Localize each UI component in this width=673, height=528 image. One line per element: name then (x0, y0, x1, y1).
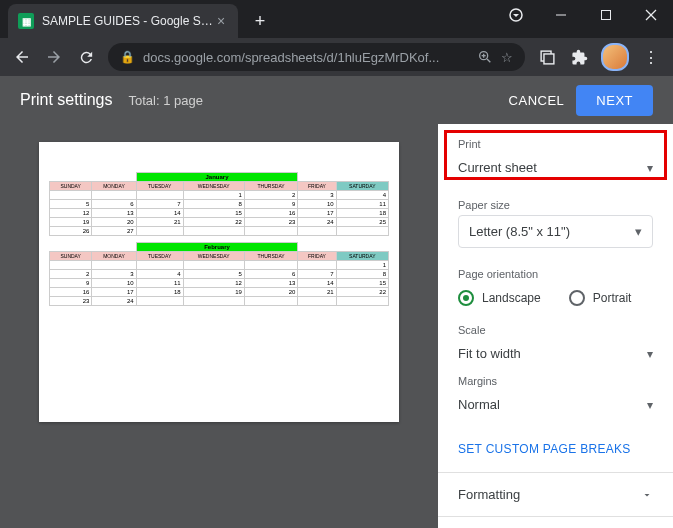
paper-size-label: Paper size (458, 199, 653, 211)
scale-section: Scale Fit to width ▾ (438, 320, 673, 371)
forward-button[interactable] (40, 43, 68, 71)
margins-value: Normal (458, 397, 500, 412)
print-settings-appbar: Print settings Total: 1 page CANCEL NEXT (0, 76, 673, 124)
chevron-down-icon (641, 489, 653, 501)
set-custom-page-breaks-link[interactable]: SET CUSTOM PAGE BREAKS (458, 434, 653, 464)
formatting-expander[interactable]: Formatting (438, 472, 673, 516)
preview-pane: January SUNDAYMONDAYTUESDAYWEDNESDAYTHUR… (0, 124, 438, 528)
window-controls (493, 0, 673, 30)
browser-titlebar: ▦ SAMPLE GUIDES - Google Sheets × + (0, 0, 673, 38)
next-button[interactable]: NEXT (576, 85, 653, 116)
close-window-button[interactable] (628, 0, 673, 30)
calendar-january: January SUNDAYMONDAYTUESDAYWEDNESDAYTHUR… (49, 172, 389, 236)
profile-avatar[interactable] (601, 43, 629, 71)
preview-page: January SUNDAYMONDAYTUESDAYWEDNESDAYTHUR… (39, 142, 399, 422)
print-section: Print Current sheet ▾ (438, 124, 673, 187)
browser-menu-icon[interactable]: ⋮ (637, 43, 665, 71)
sheets-favicon: ▦ (18, 13, 34, 29)
lock-icon: 🔒 (120, 50, 135, 64)
formatting-label: Formatting (458, 487, 520, 502)
custom-breaks-section: SET CUSTOM PAGE BREAKS (438, 422, 673, 472)
tab-title: SAMPLE GUIDES - Google Sheets (42, 14, 214, 28)
page-title: Print settings (20, 91, 112, 109)
svg-line-6 (487, 59, 490, 62)
paper-size-value: Letter (8.5" x 11") (469, 224, 570, 239)
print-value: Current sheet (458, 160, 537, 175)
bookmark-star-icon[interactable]: ☆ (501, 50, 513, 65)
browser-toolbar: 🔒 docs.google.com/spreadsheets/d/1hluEgz… (0, 38, 673, 76)
maximize-button[interactable] (583, 0, 628, 30)
browser-tab[interactable]: ▦ SAMPLE GUIDES - Google Sheets × (8, 4, 238, 38)
extensions-icon[interactable] (565, 43, 593, 71)
tab-overview-icon[interactable] (533, 43, 561, 71)
zoom-icon[interactable] (477, 49, 493, 65)
paper-size-section: Paper size Letter (8.5" x 11") ▾ (438, 187, 673, 256)
cancel-button[interactable]: CANCEL (497, 85, 577, 116)
page-count: Total: 1 page (128, 93, 202, 108)
close-tab-icon[interactable]: × (214, 14, 228, 28)
svg-rect-10 (543, 53, 553, 63)
portrait-label: Portrait (593, 291, 632, 305)
orientation-label: Page orientation (458, 268, 653, 280)
back-button[interactable] (8, 43, 36, 71)
minimize-button[interactable] (538, 0, 583, 30)
paper-size-select[interactable]: Letter (8.5" x 11") ▾ (458, 215, 653, 248)
svg-rect-2 (601, 11, 610, 20)
settings-sidebar: Print Current sheet ▾ Paper size Letter … (438, 124, 673, 528)
new-tab-button[interactable]: + (246, 7, 274, 35)
landscape-label: Landscape (482, 291, 541, 305)
radio-unselected-icon (569, 290, 585, 306)
reload-button[interactable] (72, 43, 100, 71)
chevron-down-icon: ▾ (647, 398, 653, 412)
print-select[interactable]: Current sheet ▾ (458, 154, 653, 179)
margins-select[interactable]: Normal ▾ (458, 391, 653, 418)
account-indicator-icon[interactable] (493, 0, 538, 30)
margins-section: Margins Normal ▾ (438, 371, 673, 422)
url-text: docs.google.com/spreadsheets/d/1hluEgzMr… (143, 50, 471, 65)
headers-footers-expander[interactable]: Headers & footers (438, 516, 673, 528)
portrait-radio[interactable]: Portrait (569, 290, 632, 306)
chevron-down-icon: ▾ (647, 347, 653, 361)
margins-label: Margins (458, 375, 653, 387)
scale-select[interactable]: Fit to width ▾ (458, 340, 653, 367)
print-label: Print (458, 138, 653, 150)
url-bar[interactable]: 🔒 docs.google.com/spreadsheets/d/1hluEgz… (108, 43, 525, 71)
orientation-section: Page orientation Landscape Portrait (438, 256, 673, 320)
scale-label: Scale (458, 324, 653, 336)
landscape-radio[interactable]: Landscape (458, 290, 541, 306)
content-area: January SUNDAYMONDAYTUESDAYWEDNESDAYTHUR… (0, 124, 673, 528)
radio-selected-icon (458, 290, 474, 306)
scale-value: Fit to width (458, 346, 521, 361)
chevron-down-icon: ▾ (647, 161, 653, 175)
calendar-february: February SUNDAYMONDAYTUESDAYWEDNESDAYTHU… (49, 242, 389, 306)
chevron-down-icon: ▾ (635, 224, 642, 239)
